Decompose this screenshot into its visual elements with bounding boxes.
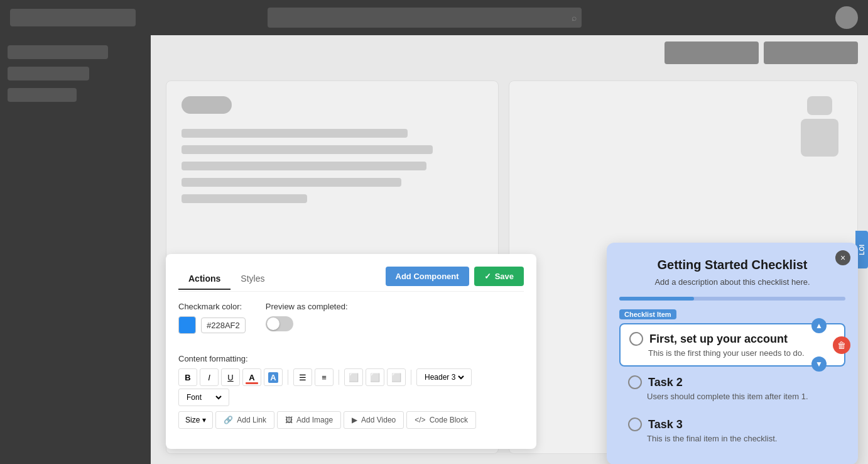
font-dropdown[interactable]: Font Arial Georgia Courier	[178, 389, 229, 406]
main-top-btn-2[interactable]	[764, 41, 858, 64]
card-tag	[182, 96, 232, 114]
save-button[interactable]: ✓ Save	[474, 267, 524, 286]
search-icon: ⌕	[572, 13, 577, 23]
checkmark-icon: ✓	[484, 272, 491, 281]
checklist-item-3[interactable]: Task 3 This is the final item in the che…	[619, 410, 845, 451]
preview-section: Preview as completed:	[266, 302, 348, 331]
add-image-button[interactable]: 🖼 Add Image	[277, 411, 341, 429]
checklist-item-3-subtitle: This is the final item in the checklist.	[628, 434, 837, 443]
checklist-panel: × Getting Started Checklist Add a descri…	[607, 243, 858, 464]
align-left-button[interactable]: ⬜	[344, 368, 363, 386]
checklist-circle-3[interactable]	[628, 417, 642, 431]
size-dropdown[interactable]: Size ▾	[178, 411, 213, 429]
main-top-btn-1[interactable]	[665, 41, 759, 64]
checklist-progress-bar-container	[619, 297, 845, 301]
size-chevron-icon: ▾	[202, 416, 206, 424]
item-down-btn[interactable]: ▼	[811, 356, 827, 372]
sidebar-item-1[interactable]	[8, 45, 108, 59]
preview-label: Preview as completed:	[266, 302, 348, 311]
add-component-button[interactable]: Add Component	[386, 267, 469, 286]
font-highlight-button[interactable]: A	[264, 368, 283, 386]
image-icon: 🖼	[285, 416, 293, 424]
checklist-close-btn[interactable]: ×	[835, 250, 850, 265]
checklist-title: Getting Started Checklist	[619, 258, 845, 272]
top-bar: ⌕	[0, 0, 868, 35]
main-area: LOI × Getting Started Checklist Add a de…	[151, 35, 868, 464]
edit-toolbar: Actions Styles Add Component ✓ Save Chec…	[166, 254, 536, 449]
sidebar-item-3[interactable]	[8, 88, 77, 102]
checklist-circle-1[interactable]	[629, 332, 643, 346]
header-select[interactable]: Header 3 Header 1 Header 2 Header 4 Norm…	[422, 372, 466, 382]
underline-button[interactable]: U	[221, 368, 240, 386]
code-block-button[interactable]: </> Code Block	[406, 411, 476, 429]
logo	[10, 9, 136, 26]
separator-2	[339, 370, 339, 385]
content-format-label: Content formatting:	[178, 354, 524, 363]
link-icon: 🔗	[224, 416, 233, 424]
checkmark-color-section: Checkmark color: #228AF2	[178, 302, 246, 334]
checklist-item-1[interactable]: ▲ 🗑 ▼ First, set up your account This is…	[619, 323, 845, 367]
card-line-3	[182, 162, 426, 170]
tab-actions[interactable]: Actions	[178, 268, 231, 290]
video-icon: ▶	[352, 416, 357, 424]
format-toolbar-row1: B I U A A ☰ ≡ ⬜ ⬜ ⬜ Header 3	[178, 368, 524, 406]
card-line-1	[182, 129, 408, 138]
checklist-progress-fill	[619, 297, 694, 301]
checkmark-color-label: Checkmark color:	[178, 302, 246, 311]
robot-icon	[801, 119, 838, 157]
checklist-description: Add a description about this checklist h…	[619, 277, 845, 287]
font-color-button[interactable]: A	[242, 368, 261, 386]
tab-styles[interactable]: Styles	[231, 268, 274, 290]
content-format-section: Content formatting: B I U A A ☰ ≡ ⬜ ⬜ ⬜	[178, 354, 524, 429]
checklist-item-2-subtitle: Users should complete this item after it…	[628, 392, 837, 401]
avatar[interactable]	[835, 6, 858, 29]
numbered-list-button[interactable]: ≡	[315, 368, 334, 386]
sidebar-item-2[interactable]	[8, 67, 89, 80]
checklist-item-1-subtitle: This is the first thing your user needs …	[629, 348, 835, 358]
code-icon: </>	[415, 416, 425, 424]
separator-1	[288, 370, 288, 385]
align-center-button[interactable]: ⬜	[366, 368, 384, 386]
bold-button[interactable]: B	[178, 368, 197, 386]
item-up-btn[interactable]: ▲	[811, 318, 827, 333]
card-line-4	[182, 178, 401, 187]
align-right-button[interactable]: ⬜	[387, 368, 406, 386]
card-line-5	[182, 194, 307, 203]
checklist-item-2-title: Task 2	[628, 375, 837, 389]
sidebar	[0, 35, 151, 464]
checklist-item-3-title: Task 3	[628, 417, 837, 431]
card-line-2	[182, 145, 433, 154]
italic-button[interactable]: I	[200, 368, 219, 386]
add-video-button[interactable]: ▶ Add Video	[344, 411, 404, 429]
format-toolbar-row2: Size ▾ 🔗 Add Link 🖼 Add Image ▶ Add Vide…	[178, 411, 524, 429]
header-dropdown[interactable]: Header 3 Header 1 Header 2 Header 4 Norm…	[416, 368, 472, 386]
font-select[interactable]: Font Arial Georgia Courier	[184, 392, 224, 402]
checklist-item-1-title: First, set up your account	[629, 332, 835, 346]
checklist-item-label: Checklist Item	[619, 309, 676, 319]
color-hex-value[interactable]: #228AF2	[201, 318, 246, 333]
item-delete-btn[interactable]: 🗑	[833, 336, 850, 354]
color-swatch[interactable]	[178, 316, 196, 334]
chat-bubble-icon	[807, 96, 832, 115]
separator-3	[411, 370, 411, 385]
checklist-circle-2[interactable]	[628, 375, 642, 389]
search-input[interactable]	[268, 8, 582, 28]
bullet-list-button[interactable]: ☰	[293, 368, 312, 386]
preview-toggle[interactable]	[266, 316, 293, 331]
search-container: ⌕	[268, 8, 582, 28]
toggle-knob	[267, 318, 279, 330]
sidebar-toggle-label: LOI	[859, 245, 865, 255]
add-link-button[interactable]: 🔗 Add Link	[215, 411, 274, 429]
main-top-bar	[151, 35, 868, 70]
checklist-item-2[interactable]: Task 2 Users should complete this item a…	[619, 368, 845, 409]
